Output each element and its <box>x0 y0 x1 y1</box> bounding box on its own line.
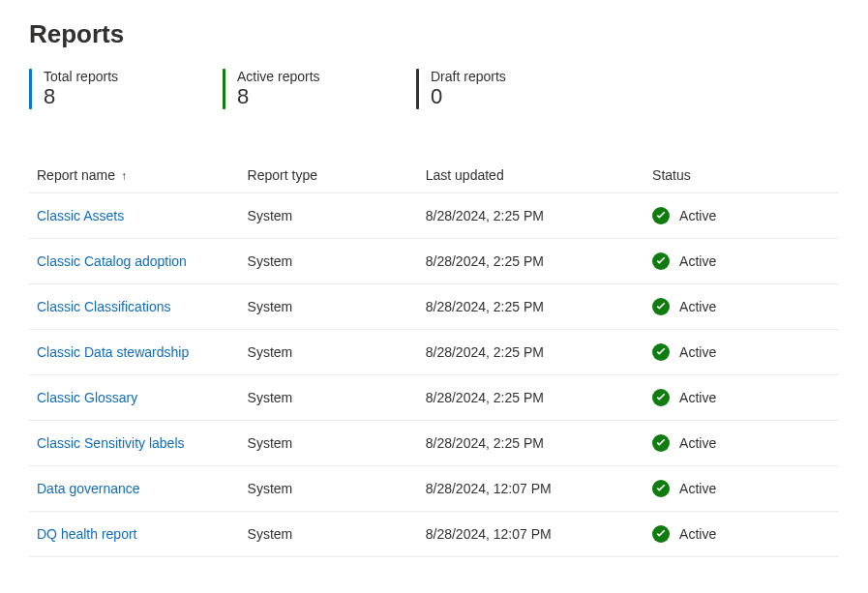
stat-total-value: 8 <box>44 84 118 109</box>
report-type-cell: System <box>240 193 418 239</box>
report-updated-cell: 8/28/2024, 2:25 PM <box>418 375 644 421</box>
report-name-link[interactable]: Classic Sensitivity labels <box>37 435 185 451</box>
table-row: Classic Sensitivity labelsSystem8/28/202… <box>29 421 839 466</box>
checkmark-circle-icon <box>652 207 670 224</box>
column-header-updated[interactable]: Last updated <box>418 158 644 193</box>
stat-bar <box>29 69 32 109</box>
report-updated-cell: 8/28/2024, 2:25 PM <box>418 193 644 239</box>
table-row: Classic Data stewardshipSystem8/28/2024,… <box>29 330 839 375</box>
report-status-cell: Active <box>644 193 839 239</box>
report-status-cell: Active <box>644 284 839 330</box>
checkmark-circle-icon <box>652 389 670 406</box>
status-label: Active <box>679 299 716 314</box>
column-header-status[interactable]: Status <box>644 158 839 193</box>
stat-active: Active reports 8 <box>223 69 416 109</box>
report-name-link[interactable]: Data governance <box>37 481 140 496</box>
report-type-cell: System <box>240 375 418 421</box>
stat-active-label: Active reports <box>237 69 320 84</box>
report-type-cell: System <box>240 512 418 557</box>
report-name-link[interactable]: DQ health report <box>37 526 137 542</box>
stat-draft-label: Draft reports <box>431 69 506 84</box>
report-type-cell: System <box>240 466 418 512</box>
report-updated-cell: 8/28/2024, 2:25 PM <box>418 421 644 466</box>
checkmark-circle-icon <box>652 525 670 543</box>
checkmark-circle-icon <box>652 252 670 270</box>
stat-bar <box>416 69 419 109</box>
status-label: Active <box>679 435 716 451</box>
status-label: Active <box>679 526 716 542</box>
sort-ascending-icon: ↑ <box>121 169 127 183</box>
stat-bar <box>223 69 225 109</box>
reports-table: Report name↑ Report type Last updated St… <box>29 158 839 557</box>
checkmark-circle-icon <box>652 298 670 315</box>
report-type-cell: System <box>240 421 418 466</box>
column-header-name-label: Report name <box>37 167 115 183</box>
report-updated-cell: 8/28/2024, 2:25 PM <box>418 239 644 284</box>
checkmark-circle-icon <box>652 480 670 497</box>
stats-row: Total reports 8 Active reports 8 Draft r… <box>29 69 839 109</box>
table-row: Classic AssetsSystem8/28/2024, 2:25 PMAc… <box>29 193 839 239</box>
report-status-cell: Active <box>644 466 839 512</box>
report-name-link[interactable]: Classic Classifications <box>37 299 170 314</box>
checkmark-circle-icon <box>652 343 670 361</box>
report-status-cell: Active <box>644 421 839 466</box>
report-name-link[interactable]: Classic Catalog adoption <box>37 253 187 269</box>
report-status-cell: Active <box>644 512 839 557</box>
report-updated-cell: 8/28/2024, 2:25 PM <box>418 284 644 330</box>
page-title: Reports <box>29 19 839 49</box>
report-type-cell: System <box>240 330 418 375</box>
table-row: Classic Catalog adoptionSystem8/28/2024,… <box>29 239 839 284</box>
status-label: Active <box>679 208 716 223</box>
column-header-name[interactable]: Report name↑ <box>29 158 240 193</box>
table-row: Data governanceSystem8/28/2024, 12:07 PM… <box>29 466 839 512</box>
status-label: Active <box>679 253 716 269</box>
checkmark-circle-icon <box>652 434 670 452</box>
report-updated-cell: 8/28/2024, 12:07 PM <box>418 512 644 557</box>
report-status-cell: Active <box>644 375 839 421</box>
table-row: Classic GlossarySystem8/28/2024, 2:25 PM… <box>29 375 839 421</box>
report-name-link[interactable]: Classic Glossary <box>37 390 137 405</box>
report-type-cell: System <box>240 239 418 284</box>
table-row: Classic ClassificationsSystem8/28/2024, … <box>29 284 839 330</box>
report-type-cell: System <box>240 284 418 330</box>
report-name-link[interactable]: Classic Data stewardship <box>37 344 189 360</box>
stat-total: Total reports 8 <box>29 69 223 109</box>
column-header-type[interactable]: Report type <box>240 158 418 193</box>
status-label: Active <box>679 481 716 496</box>
report-updated-cell: 8/28/2024, 2:25 PM <box>418 330 644 375</box>
stat-active-value: 8 <box>237 84 320 109</box>
report-status-cell: Active <box>644 330 839 375</box>
report-status-cell: Active <box>644 239 839 284</box>
status-label: Active <box>679 390 716 405</box>
stat-draft: Draft reports 0 <box>416 69 610 109</box>
report-name-link[interactable]: Classic Assets <box>37 208 124 223</box>
report-updated-cell: 8/28/2024, 12:07 PM <box>418 466 644 512</box>
stat-draft-value: 0 <box>431 84 506 109</box>
status-label: Active <box>679 344 716 360</box>
table-row: DQ health reportSystem8/28/2024, 12:07 P… <box>29 512 839 557</box>
stat-total-label: Total reports <box>44 69 118 84</box>
